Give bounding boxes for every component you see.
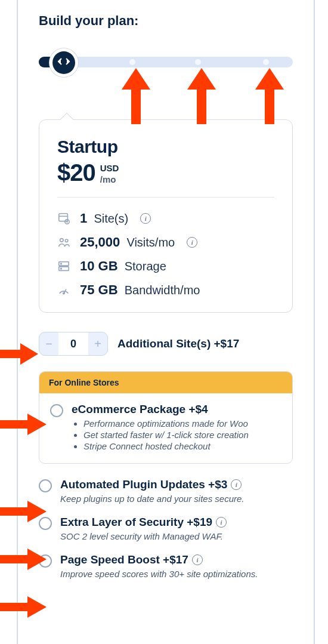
info-icon[interactable]: i (231, 479, 242, 490)
addon-option: Automated Plugin Updates +$3iKeep plugin… (39, 478, 293, 504)
storage-icon (57, 260, 72, 273)
info-icon[interactable]: i (140, 213, 151, 224)
svg-point-2 (60, 239, 64, 242)
addon-desc: Keep plugins up to date and your sites s… (60, 494, 293, 504)
ecommerce-radio[interactable] (50, 404, 63, 417)
feature-visits: 25,000 Visits/mo i (57, 235, 274, 250)
info-icon[interactable]: i (187, 237, 197, 248)
svg-point-7 (61, 268, 62, 269)
ecommerce-banner: For Online Stores (39, 372, 292, 393)
svg-point-6 (61, 263, 62, 264)
plan-currency: USD (100, 163, 119, 174)
feature-storage: 10 GB Storage (57, 258, 274, 274)
ecommerce-title: eCommerce Package +$4 (72, 403, 281, 416)
additional-sites-label: Additional Site(s) +$17 (117, 337, 239, 350)
slider-tick (263, 59, 269, 65)
stepper-value: 0 (58, 332, 88, 355)
info-icon[interactable]: i (192, 554, 203, 565)
svg-point-8 (63, 292, 64, 294)
addon-radio[interactable] (39, 554, 52, 568)
feature-sites: 1 Site(s) i (57, 211, 274, 226)
info-icon[interactable]: i (216, 517, 227, 528)
slider-tick (129, 59, 135, 65)
svg-point-3 (65, 239, 68, 242)
stepper-decrement[interactable]: − (39, 332, 58, 355)
plan-name: Startup (57, 137, 274, 157)
plan-card: Startup $20 USD /mo 1 Site(s) i 25,000 V… (39, 119, 293, 313)
addon-title: Automated Plugin Updates +$3i (60, 478, 293, 491)
plan-price: $20 (57, 159, 95, 186)
addon-radio[interactable] (39, 517, 52, 530)
addon-desc: SOC 2 level security with Managed WAF. (60, 531, 293, 541)
addon-title: Page Speed Boost +$17i (60, 553, 293, 566)
plan-slider[interactable] (39, 54, 293, 66)
horizontal-arrows-icon (58, 57, 70, 68)
visits-icon (57, 236, 72, 249)
ecommerce-card: For Online Stores eCommerce Package +$4 … (39, 371, 293, 464)
sites-icon (57, 212, 72, 225)
addon-option: Page Speed Boost +$17iImprove speed scor… (39, 553, 293, 579)
stepper-increment[interactable]: + (88, 332, 107, 355)
feature-bandwidth: 75 GB Bandwidth/mo (57, 282, 274, 298)
additional-sites-stepper[interactable]: − 0 + (39, 332, 108, 356)
addon-radio[interactable] (39, 479, 52, 492)
bandwidth-icon (57, 284, 72, 297)
addon-title: Extra Layer of Security +$19i (60, 516, 293, 529)
slider-tick (195, 59, 201, 65)
addon-option: Extra Layer of Security +$19iSOC 2 level… (39, 516, 293, 541)
addon-desc: Improve speed scores with 30+ site optim… (60, 569, 293, 579)
plan-period: /mo (100, 174, 119, 186)
page-title: Build your plan: (39, 13, 293, 29)
ecommerce-desc: Performance optimizations made for Woo G… (72, 418, 281, 451)
card-pointer (60, 113, 74, 127)
slider-thumb[interactable] (49, 48, 78, 77)
